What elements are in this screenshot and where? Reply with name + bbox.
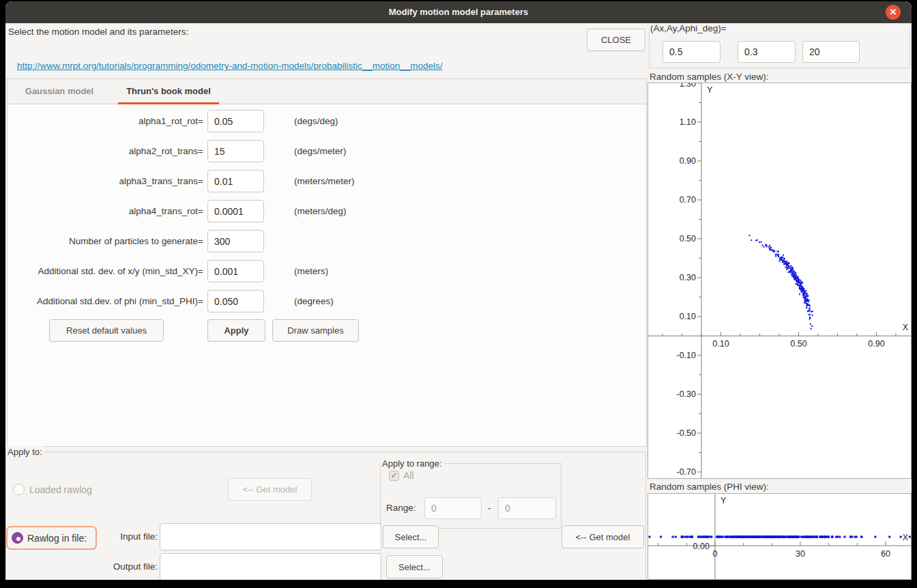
apply-button[interactable]: Apply	[207, 319, 265, 342]
all-checkbox-label: All	[403, 470, 414, 481]
alpha3-input[interactable]	[207, 170, 264, 192]
svg-text:Y: Y	[720, 496, 727, 505]
rawlog-in-file-label: Rawlog in file:	[27, 533, 87, 544]
xy-scatter-chart[interactable]: 0.100.500.901.301.100.900.700.500.300.10…	[647, 83, 912, 479]
svg-text:0.50: 0.50	[680, 234, 696, 244]
svg-text:-0.70: -0.70	[677, 467, 697, 477]
get-model-top-button: <-- Get model	[228, 478, 312, 501]
reset-default-values-button[interactable]: Reset default values	[49, 319, 164, 342]
alpha2-label: alpha2_rot_trans=	[8, 140, 203, 162]
svg-text:1.10: 1.10	[680, 117, 696, 127]
particles-label: Number of particles to generate=	[8, 230, 203, 252]
range-to-input	[498, 497, 556, 519]
apply-to-range-group: Apply to range: ✓ All Range: -	[380, 463, 562, 529]
delta-group-legend: (Ax,Ay,Aphi_deg)=	[650, 23, 729, 33]
phi-view-title: Random samples (PHI view):	[650, 482, 769, 492]
select-input-file-button[interactable]: Select...	[383, 525, 439, 548]
svg-text:-0.30: -0.30	[677, 389, 697, 399]
min-std-phi-label: Additional std.dev. of phi (min_std_PHI)…	[8, 290, 203, 312]
model-notebook: Gaussian model Thrun's book model alpha1…	[7, 78, 647, 447]
alpha1-input[interactable]	[207, 110, 264, 132]
output-file-input[interactable]	[160, 553, 381, 580]
svg-text:30: 30	[796, 549, 805, 559]
min-std-xy-unit: (meters)	[294, 260, 328, 282]
alpha4-label: alpha4_trans_rot=	[8, 200, 203, 222]
tab-thrun-book-model[interactable]: Thrun's book model	[111, 79, 226, 104]
range-from-input	[424, 497, 482, 519]
phi-scatter-chart[interactable]: 030600.00XY	[647, 493, 912, 580]
svg-text:60: 60	[881, 549, 890, 559]
svg-text:-0.10: -0.10	[677, 351, 697, 360]
ay-input[interactable]	[738, 41, 796, 63]
xy-scatter-canvas: 0.100.500.901.301.100.900.700.500.300.10…	[648, 83, 911, 478]
svg-text:X: X	[903, 533, 909, 542]
close-button[interactable]: CLOSE	[587, 29, 645, 51]
min-std-phi-unit: (degrees)	[294, 290, 334, 312]
output-file-label: Output file:	[47, 553, 158, 580]
range-separator: -	[488, 497, 491, 519]
tab-bar: Gaussian model Thrun's book model	[8, 79, 646, 104]
apply-to-range-legend: Apply to range:	[381, 458, 443, 469]
svg-text:0.00: 0.00	[693, 542, 710, 551]
alpha4-input[interactable]	[207, 200, 264, 222]
svg-text:0.50: 0.50	[790, 339, 806, 349]
svg-text:1.30: 1.30	[680, 83, 696, 89]
range-label: Range:	[386, 497, 416, 519]
svg-text:0.30: 0.30	[680, 273, 696, 282]
loaded-rawlog-label: Loaded rawlog	[29, 484, 92, 495]
svg-text:-0.50: -0.50	[677, 428, 697, 438]
alpha3-label: alpha3_trans_trans=	[8, 170, 203, 192]
alpha4-unit: (meters/deg)	[294, 200, 347, 222]
aphi-input[interactable]	[802, 41, 860, 63]
active-tab-underline	[118, 102, 219, 104]
xy-view-title: Random samples (X-Y view):	[650, 72, 769, 82]
title-bar: Modify motion model parameters ✕	[5, 1, 912, 23]
instruction-label: Select the motion model and its paramete…	[8, 27, 188, 37]
input-file-input[interactable]	[160, 523, 381, 550]
ax-input[interactable]	[663, 41, 720, 63]
alpha3-unit: (meters/meter)	[294, 170, 355, 192]
window-title: Modify motion model parameters	[5, 1, 912, 23]
svg-text:0.90: 0.90	[868, 339, 884, 349]
svg-text:0.90: 0.90	[680, 156, 696, 166]
apply-to-group: Apply to: Loaded rawlog <-- Get model Ap…	[5, 452, 646, 580]
svg-text:X: X	[903, 323, 909, 332]
draw-samples-button[interactable]: Draw samples	[272, 319, 359, 342]
dialog-window: Modify motion model parameters ✕ Select …	[5, 1, 912, 580]
alpha1-label: alpha1_rot_rot=	[8, 110, 203, 132]
svg-text:0.70: 0.70	[680, 195, 696, 205]
all-checkbox[interactable]: ✓	[389, 471, 399, 481]
rawlog-in-file-radio[interactable]	[12, 532, 23, 544]
apply-to-legend: Apply to:	[7, 446, 44, 458]
alpha2-input[interactable]	[207, 140, 264, 162]
particles-input[interactable]	[207, 230, 264, 252]
window-close-icon[interactable]: ✕	[886, 5, 901, 20]
select-output-file-button[interactable]: Select...	[386, 555, 443, 578]
min-std-xy-label: Additional std. dev. of x/y (min_std_XY)…	[8, 260, 203, 282]
tab-gaussian-model[interactable]: Gaussian model	[8, 79, 111, 104]
svg-text:Y: Y	[707, 85, 713, 95]
get-model-bottom-button[interactable]: <-- Get model	[562, 525, 644, 548]
min-std-xy-input[interactable]	[207, 260, 264, 282]
svg-text:0.10: 0.10	[680, 312, 696, 321]
svg-text:0.10: 0.10	[712, 339, 729, 349]
min-std-phi-input[interactable]	[207, 290, 264, 312]
svg-text:0: 0	[712, 549, 717, 559]
alpha1-unit: (degs/deg)	[294, 110, 338, 132]
tutorial-link[interactable]: http://www.mrpt.org/tutorials/programmin…	[17, 61, 443, 71]
loaded-rawlog-radio[interactable]	[13, 484, 25, 495]
delta-group: (Ax,Ay,Aphi_deg)=	[649, 30, 910, 68]
phi-scatter-canvas: 030600.00XY	[648, 494, 911, 579]
alpha2-unit: (degs/meter)	[294, 140, 347, 162]
